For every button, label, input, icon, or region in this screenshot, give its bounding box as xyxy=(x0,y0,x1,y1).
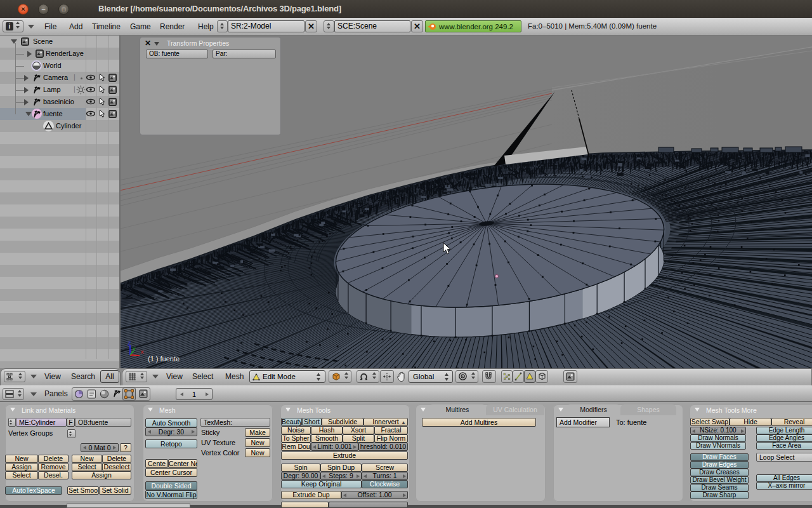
svg-text:x: x xyxy=(141,349,144,355)
svg-text:Z: Z xyxy=(128,340,131,347)
svg-text:y: y xyxy=(133,345,136,352)
